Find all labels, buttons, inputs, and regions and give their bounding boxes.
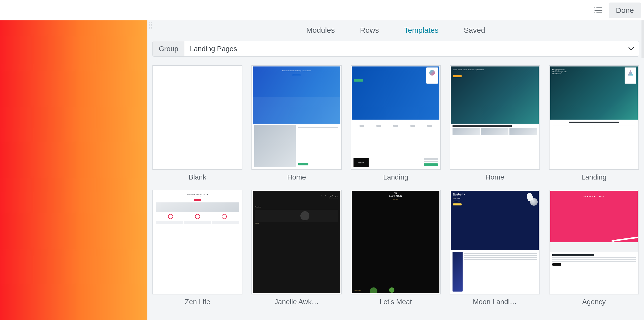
tab-modules[interactable]: Modules xyxy=(306,26,335,34)
svg-point-0 xyxy=(594,7,595,8)
template-label: Janelle Awk… xyxy=(274,298,318,306)
template-card-landing[interactable]: vimeo Landing xyxy=(351,65,441,181)
template-thumb: vimeo xyxy=(351,65,441,170)
tab-saved[interactable]: Saved xyxy=(464,26,485,34)
template-thumb: 🐄 LET'S MEAT Real Taste Let's Meat xyxy=(351,190,441,294)
group-selector[interactable]: Group Landing Pages xyxy=(152,41,639,57)
template-thumb: Struggling to create effective designs w… xyxy=(549,65,639,170)
chevron-down-icon[interactable] xyxy=(624,41,639,56)
thumb-text: LET'S MEAT xyxy=(389,195,402,197)
template-thumb: Moon Landing For the rest of us Easy to … xyxy=(450,190,540,294)
tab-templates[interactable]: Templates xyxy=(404,26,439,34)
template-label: Moon Landi… xyxy=(473,298,517,306)
main: Modules Rows Templates Saved Group Landi… xyxy=(0,20,644,320)
template-label: Let's Meat xyxy=(379,298,412,306)
template-label: Landing xyxy=(383,173,408,181)
template-grid: Blank Passionate about one thing… You su… xyxy=(152,65,639,306)
panel-drag-handle[interactable] xyxy=(149,22,153,30)
template-label: Zen Life xyxy=(185,298,210,306)
tab-rows[interactable]: Rows xyxy=(360,26,379,34)
template-label: Home xyxy=(287,173,306,181)
template-card-home-2[interactable]: Lorem mauris blandit elit aliquet eget t… xyxy=(450,65,540,181)
svg-point-4 xyxy=(594,12,595,13)
thumb-text: Moon Landing xyxy=(453,193,536,195)
thumb-text: About me xyxy=(253,199,340,209)
thumb-text: Lorem mauris blandit elit aliquet eget t… xyxy=(453,69,523,71)
group-label: Group xyxy=(153,41,184,56)
template-thumb: Award winning photograp Janelle Awkw Abo… xyxy=(251,190,341,294)
thumb-text: Let's Meat xyxy=(354,290,361,291)
page-canvas[interactable] xyxy=(0,20,147,320)
topbar: Done xyxy=(0,0,644,20)
template-label: Blank xyxy=(189,173,206,181)
template-label: Home xyxy=(486,173,504,181)
content-panel: Modules Rows Templates Saved Group Landi… xyxy=(147,20,644,320)
thumb-text: Enjoy simple living with Zen Life xyxy=(154,191,241,196)
template-thumb: Lorem mauris blandit elit aliquet eget t… xyxy=(450,65,540,170)
template-card-moon-landing[interactable]: Moon Landing For the rest of us Easy to … xyxy=(450,190,540,306)
template-thumb: BEAVER AGENCY xyxy=(549,190,639,294)
template-card-landing-2[interactable]: Struggling to create effective designs w… xyxy=(549,65,639,181)
template-grid-scroll[interactable]: Blank Passionate about one thing… You su… xyxy=(147,57,644,311)
thumb-text: For the rest of us xyxy=(453,195,536,196)
template-card-home[interactable]: Passionate about one thing… You success … xyxy=(251,65,341,181)
template-card-agency[interactable]: BEAVER AGENCY Agency xyxy=(549,190,639,306)
template-card-zen-life[interactable]: Enjoy simple living with Zen Life lorem … xyxy=(152,190,242,306)
template-thumb: Passionate about one thing… You success xyxy=(251,65,341,170)
thumb-text: Passionate about one thing… You success xyxy=(253,70,340,72)
template-thumb xyxy=(152,65,242,170)
thumb-text: Award winning photograp xyxy=(253,191,340,197)
panel-tabs: Modules Rows Templates Saved xyxy=(147,20,644,41)
template-label: Agency xyxy=(582,298,606,306)
template-card-janelle[interactable]: Award winning photograp Janelle Awkw Abo… xyxy=(251,190,341,306)
template-thumb: Enjoy simple living with Zen Life lorem … xyxy=(152,190,242,294)
thumb-text: BEAVER AGENCY xyxy=(550,191,638,197)
thumb-text: Struggling to create effective designs w… xyxy=(552,69,570,75)
group-value: Landing Pages xyxy=(184,41,624,56)
template-card-blank[interactable]: Blank xyxy=(152,65,242,181)
done-button[interactable]: Done xyxy=(609,3,641,18)
template-label: Landing xyxy=(581,173,606,181)
outline-list-icon[interactable] xyxy=(592,4,604,16)
template-card-lets-meat[interactable]: 🐄 LET'S MEAT Real Taste Let's Meat Let's… xyxy=(351,190,441,306)
